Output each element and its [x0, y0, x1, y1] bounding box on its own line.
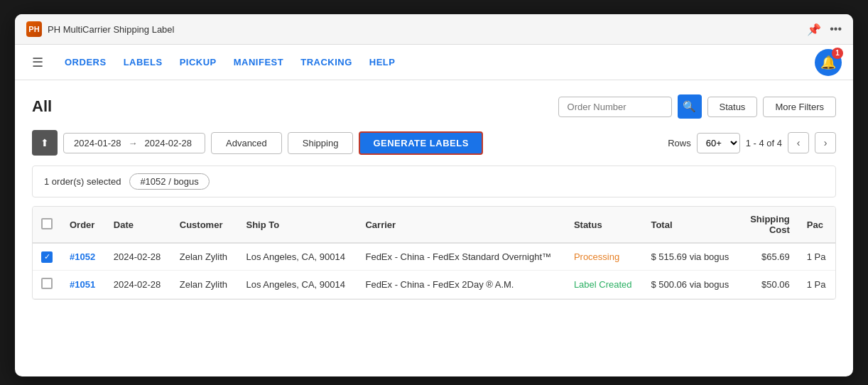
row-2-checkbox-cell[interactable] [33, 270, 61, 298]
th-shipping-cost: ShippingCost [740, 207, 798, 243]
prev-page-button[interactable]: ‹ [788, 132, 809, 153]
row-1-ship-to: Los Angeles, CA, 90014 [237, 243, 357, 270]
row-1-order[interactable]: #1052 [61, 243, 105, 270]
rows-section: Rows 60+ 20 50 100 1 - 4 of 4 ‹ › [668, 132, 836, 153]
title-bar: PH PH MultiCarrier Shipping Label 📌 ••• [15, 14, 853, 45]
selected-count-text: 1 order(s) selected [44, 176, 121, 187]
main-content: All 🔍 Status More Filters ⬆ 2024-01-28 →… [15, 80, 853, 314]
row-1-checkbox[interactable]: ✓ [41, 251, 53, 263]
top-bar: All 🔍 Status More Filters [32, 94, 836, 119]
th-ship-to: Ship To [237, 207, 357, 243]
th-carrier: Carrier [357, 207, 565, 243]
shipping-button[interactable]: Shipping [288, 132, 354, 154]
app-window: PH PH MultiCarrier Shipping Label 📌 ••• … [15, 14, 853, 376]
rows-select[interactable]: 60+ 20 50 100 [697, 133, 740, 153]
date-from: 2024-01-28 [74, 138, 121, 148]
notification-button[interactable]: 🔔 1 [815, 49, 842, 76]
row-1-status: Processing [565, 243, 643, 270]
row-2-ship-to: Los Angeles, CA, 90014 [237, 270, 357, 298]
row-2-customer: Zelan Zylith [171, 270, 238, 298]
th-select-all[interactable] [33, 207, 61, 243]
row-1-pac: 1 Pa [798, 243, 835, 270]
date-arrow-icon: → [129, 138, 138, 148]
upload-button[interactable]: ⬆ [32, 130, 58, 156]
row-1-date: 2024-02-28 [105, 243, 171, 270]
th-total: Total [642, 207, 740, 243]
th-order: Order [61, 207, 105, 243]
row-2-total: $ 500.06 via bogus [642, 270, 740, 298]
pagination-info: 1 - 4 of 4 [746, 138, 782, 148]
th-status: Status [565, 207, 643, 243]
nav-bar: ☰ ORDERS LABELS PICKUP MANIFEST TRACKING… [15, 45, 853, 80]
table-header-row: Order Date Customer Ship To Carrier Stat… [33, 207, 835, 243]
generate-labels-button[interactable]: GENERATE LABELS [359, 131, 482, 155]
row-1-checkbox-cell[interactable]: ✓ [33, 243, 61, 270]
nav-help[interactable]: HELP [362, 47, 403, 77]
table-row: ✓ #1052 2024-02-28 Zelan Zylith Los Ange… [33, 243, 835, 270]
row-2-checkbox[interactable] [41, 278, 53, 289]
row-1-shipping-cost: $65.69 [740, 243, 798, 270]
notification-badge: 1 [832, 48, 843, 59]
nav-orders[interactable]: ORDERS [58, 47, 114, 77]
order-number-input[interactable] [558, 97, 672, 117]
selected-order-tag[interactable]: #1052 / bogus [129, 173, 209, 190]
table-row: #1051 2024-02-28 Zelan Zylith Los Angele… [33, 270, 835, 298]
row-2-status: Label Created [565, 270, 643, 298]
date-to: 2024-02-28 [145, 138, 192, 148]
nav-manifest[interactable]: MANIFEST [227, 47, 291, 77]
action-bar: ⬆ 2024-01-28 → 2024-02-28 Advanced Shipp… [32, 130, 836, 156]
row-1-total: $ 515.69 via bogus [642, 243, 740, 270]
orders-table: Order Date Customer Ship To Carrier Stat… [33, 207, 835, 299]
hamburger-icon[interactable]: ☰ [26, 49, 49, 76]
filter-section: 🔍 Status More Filters [558, 94, 836, 119]
nav-tracking[interactable]: TRACKING [293, 47, 359, 77]
title-bar-left: PH PH MultiCarrier Shipping Label [26, 21, 174, 37]
app-title: PH MultiCarrier Shipping Label [48, 24, 174, 35]
advanced-button[interactable]: Advanced [211, 132, 282, 154]
row-2-date: 2024-02-28 [105, 270, 171, 298]
search-button[interactable]: 🔍 [678, 94, 702, 119]
app-icon: PH [26, 21, 42, 37]
row-1-carrier: FedEx - China - FedEx Standard Overnight… [357, 243, 565, 270]
nav-right: 🔔 1 [815, 49, 842, 76]
th-customer: Customer [171, 207, 238, 243]
more-filters-button[interactable]: More Filters [763, 97, 836, 117]
row-2-order[interactable]: #1051 [61, 270, 105, 298]
page-title: All [32, 97, 558, 116]
selected-bar: 1 order(s) selected #1052 / bogus [32, 166, 836, 197]
row-2-pac: 1 Pa [798, 270, 835, 298]
title-bar-right: 📌 ••• [807, 23, 842, 36]
row-1-customer: Zelan Zylith [171, 243, 238, 270]
date-range[interactable]: 2024-01-28 → 2024-02-28 [63, 133, 205, 153]
pin-icon[interactable]: 📌 [807, 23, 821, 36]
row-2-carrier: FedEx - China - FedEx 2Day ® A.M. [357, 270, 565, 298]
row-2-shipping-cost: $50.06 [740, 270, 798, 298]
orders-table-container: Order Date Customer Ship To Carrier Stat… [32, 206, 836, 300]
more-options-icon[interactable]: ••• [830, 23, 842, 36]
nav-labels[interactable]: LABELS [116, 47, 170, 77]
select-all-checkbox[interactable] [41, 218, 53, 229]
next-page-button[interactable]: › [815, 132, 836, 153]
rows-label: Rows [668, 138, 691, 148]
th-pac: Pac [798, 207, 835, 243]
status-button[interactable]: Status [707, 97, 758, 117]
th-date: Date [105, 207, 171, 243]
nav-pickup[interactable]: PICKUP [173, 47, 224, 77]
